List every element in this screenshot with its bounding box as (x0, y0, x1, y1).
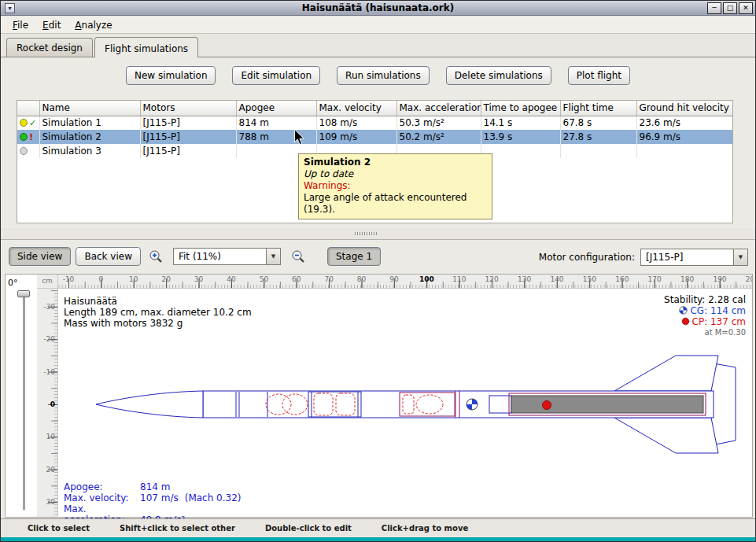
status-led-gray-icon (20, 147, 28, 155)
cell-name[interactable]: Simulation 3 (39, 144, 140, 158)
lower-fin (614, 418, 718, 453)
stability-value: Stability: 2.28 cal (664, 294, 746, 305)
status-bar: Click to select Shift+click to select ot… (1, 518, 755, 537)
table-row-simulation-1[interactable]: ✓ Simulation 1 [J115-P] 814 m 108 m/s 50… (17, 116, 732, 130)
v-ruler-label: 0 (50, 400, 55, 408)
cell-flight-time[interactable]: 67.8 s (560, 116, 636, 130)
edit-simulation-button[interactable]: Edit simulation (232, 66, 320, 85)
back-view-button[interactable]: Back view (76, 247, 141, 266)
h-ruler-label: 50 (260, 275, 268, 283)
stage-1-toggle[interactable]: Stage 1 (327, 247, 381, 266)
hint-shift-click: Shift+click to select other (120, 524, 235, 533)
cp-icon (681, 317, 690, 326)
rocket-name: Haisunäätä (64, 296, 252, 307)
rotation-slider[interactable] (23, 293, 25, 511)
stability-summary: Stability: 2.28 cal CG: 114 cm CP: 137 c… (664, 294, 746, 338)
cell-time-to-apogee[interactable]: 14.1 s (481, 116, 560, 130)
plot-flight-button[interactable]: Plot flight (568, 66, 630, 85)
tooltip-warning-text: Large angle of attack encountered (19.3)… (304, 192, 487, 216)
delete-simulations-button[interactable]: Delete simulations (446, 66, 551, 85)
cell-ground-hit-velocity[interactable] (636, 144, 732, 158)
col-max-acceleration[interactable]: Max. acceleration (396, 101, 481, 116)
table-row-simulation-2[interactable]: ! Simulation 2 [J115-P] 788 m 109 m/s 50… (17, 130, 732, 144)
cell-max-velocity[interactable]: 108 m/s (316, 116, 396, 130)
cp-value: CP: 137 cm (692, 316, 746, 327)
v-ruler-label: -20 (43, 335, 55, 343)
cell-motors[interactable]: [J115-P] (140, 144, 236, 158)
zoom-out-button[interactable] (288, 247, 308, 266)
rotation-angle-label: 0° (8, 278, 18, 288)
run-simulations-button[interactable]: Run simulations (337, 66, 430, 85)
h-ruler-label: 140 (550, 275, 563, 283)
hint-double-click: Double-click to edit (265, 524, 352, 533)
warning-icon: ! (29, 132, 33, 142)
nose-cone (96, 391, 203, 418)
col-name[interactable]: Name (39, 101, 140, 116)
col-ground-hit-velocity[interactable]: Ground hit velocity (636, 101, 732, 116)
h-ruler-label: 20 (161, 275, 170, 283)
cell-max-acceleration[interactable]: 50.3 m/s² (396, 116, 481, 130)
ruler-unit-label: cm (37, 275, 58, 289)
menu-edit[interactable]: Edit (35, 17, 68, 33)
split-pane-divider[interactable] (1, 228, 755, 239)
hint-click-to-select: Click to select (28, 524, 90, 533)
h-ruler-label: 40 (227, 275, 235, 283)
v-ruler-label: -10 (43, 368, 55, 376)
h-ruler-label: 90 (389, 275, 398, 283)
menu-file[interactable]: File (6, 17, 35, 33)
col-status[interactable] (17, 101, 39, 116)
motor-configuration-value: [J115-P] (641, 252, 733, 263)
minimize-button[interactable]: ─ (707, 2, 721, 14)
cell-name[interactable]: Simulation 1 (39, 116, 140, 130)
h-ruler-label: 30 (194, 275, 203, 283)
tab-flight-simulations[interactable]: Flight simulations (94, 37, 198, 57)
cell-ground-hit-velocity[interactable]: 23.6 m/s (636, 116, 732, 130)
maximize-button[interactable]: □ (723, 2, 737, 14)
magnifier-plus-icon (148, 249, 164, 264)
view-toolbar: Side view Back view Fit (11%) ▼ (1, 247, 755, 269)
cell-ground-hit-velocity[interactable]: 96.9 m/s (636, 130, 732, 144)
divider-grip-icon[interactable] (355, 232, 377, 235)
cell-name[interactable]: Simulation 2 (39, 130, 140, 144)
rocket-drawing-area: 0° cm -100102030405060708090100110120130… (5, 274, 753, 518)
new-simulation-button[interactable]: New simulation (126, 66, 216, 85)
col-max-velocity[interactable]: Max. velocity (316, 101, 396, 116)
v-ruler: -30-20-100102030 (37, 289, 58, 517)
col-motors[interactable]: Motors (140, 101, 236, 116)
cell-time-to-apogee[interactable]: 13.9 s (481, 130, 560, 144)
status-cell: ! (17, 130, 39, 144)
zoom-value: Fit (11%) (174, 251, 266, 262)
rocket-canvas[interactable]: Haisunäätä Length 189 cm, max. diameter … (58, 289, 752, 517)
v-ruler-label: 20 (46, 466, 55, 474)
cell-motors[interactable]: [J115-P] (140, 130, 236, 144)
zoom-in-button[interactable] (146, 247, 166, 266)
menu-analyze[interactable]: Analyze (68, 17, 119, 33)
col-apogee[interactable]: Apogee (236, 101, 316, 116)
col-time-to-apogee[interactable]: Time to apogee (481, 101, 560, 116)
v-ruler-label: 30 (46, 498, 55, 506)
h-ruler-label: 100 (419, 275, 434, 283)
magnifier-minus-icon (290, 249, 306, 264)
cell-flight-time[interactable]: 27.8 s (560, 130, 636, 144)
rocket-view-panel: Side view Back view Fit (11%) ▼ (1, 239, 755, 518)
zoom-select[interactable]: Fit (11%) ▼ (173, 248, 281, 265)
cell-apogee[interactable]: 814 m (236, 116, 316, 130)
tab-rocket-design[interactable]: Rocket design (6, 38, 93, 57)
mach-value: (Mach 0.32) (185, 492, 242, 503)
cell-time-to-apogee[interactable] (481, 144, 560, 158)
upper-fin (614, 356, 718, 391)
col-flight-time[interactable]: Flight time (560, 101, 636, 116)
chevron-down-icon[interactable]: ▼ (733, 249, 747, 265)
hint-click-drag: Click+drag to move (382, 524, 468, 533)
cell-max-acceleration[interactable]: 50.2 m/s² (396, 130, 481, 144)
cell-motors[interactable]: [J115-P] (140, 116, 236, 130)
close-button[interactable]: ✕ (739, 2, 753, 14)
motor-configuration-select[interactable]: [J115-P] ▼ (640, 249, 748, 266)
chevron-down-icon[interactable]: ▼ (266, 249, 280, 264)
side-view-button[interactable]: Side view (9, 247, 71, 266)
cell-flight-time[interactable] (560, 144, 636, 158)
cell-max-velocity[interactable]: 109 m/s (316, 130, 396, 144)
h-ruler-label: 170 (648, 275, 662, 283)
cp-marker (543, 401, 551, 410)
rotation-slider-handle[interactable] (17, 290, 30, 297)
